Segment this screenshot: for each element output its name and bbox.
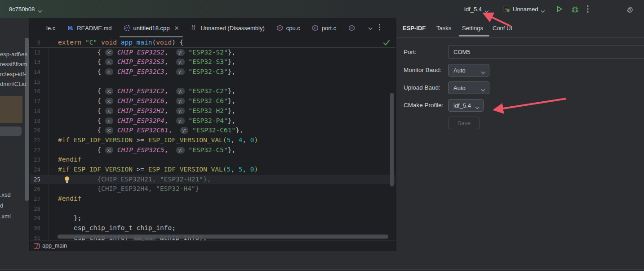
inlay-hint: y: (176, 59, 185, 65)
panel-tab-conf-ui[interactable]: Conf UI (493, 18, 512, 38)
line-number[interactable]: 18 (30, 106, 40, 116)
inlay-hint: y: (176, 49, 185, 56)
code-text: #endif (58, 194, 81, 204)
breadcrumb-function[interactable]: app_main (42, 243, 67, 249)
intention-bulb-icon[interactable] (64, 176, 70, 183)
line-number[interactable]: 22 (30, 145, 40, 155)
code-line-29: 29 }; (30, 213, 395, 223)
ai-assistant-icon[interactable] (625, 0, 634, 18)
tree-path-item[interactable]: esp-adf\es (0, 51, 27, 58)
tab-list-chevron-icon[interactable] (368, 24, 373, 32)
sticky-code-line-9: 9extern "C" void app_main(void) { (30, 38, 395, 48)
cmake-profile-switcher[interactable]: idf_5.4 (464, 0, 489, 18)
line-number[interactable]: 28 (30, 204, 40, 214)
panel-tab-tasks[interactable]: Tasks (436, 18, 451, 38)
code-text: #if ESP_IDF_VERSION >= ESP_IDF_VERSION_V… (58, 165, 258, 175)
line-number[interactable]: 9 (30, 38, 40, 48)
line-number[interactable]: 12 (30, 48, 40, 58)
inlay-hint: x: (105, 88, 114, 95)
tab-Unnamed (Disassembly)[interactable]: 1001.Unnamed (Disassembly) (185, 18, 270, 38)
project-widget[interactable]: 8c750b08 (9, 0, 42, 18)
cmake-profile-dropdown[interactable]: idf_5.4 (448, 99, 484, 112)
inspections-ok-check-icon[interactable] (383, 39, 390, 45)
code-text: { x: CHIP_ESP32H2, y: "ESP32-H2"}, (58, 106, 235, 116)
run-button[interactable] (556, 0, 563, 18)
svg-text:C: C (279, 26, 281, 30)
selected-value: Auto (453, 85, 466, 91)
config-name-label: Unnamed (513, 6, 538, 13)
line-number[interactable]: 29 (30, 213, 40, 223)
line-number[interactable]: 14 (30, 67, 40, 77)
inlay-hint: y: (176, 117, 185, 124)
field-label-cmake-profile: CMake Profile: (404, 102, 444, 108)
inlay-hint: x: (105, 117, 114, 124)
line-number[interactable]: 21 (30, 136, 40, 145)
tab-cpu.c[interactable]: Ccpu.c (271, 18, 306, 38)
tree-file-item[interactable]: .xsd (0, 191, 11, 198)
line-number[interactable]: 30 (30, 223, 40, 233)
line-number[interactable]: 19 (30, 116, 40, 126)
tab-le.c[interactable]: le.c (31, 18, 61, 38)
editor-area[interactable]: le.cM↓README.mdC+untitled18.cpp✕1001.Unn… (30, 18, 395, 251)
line-number[interactable]: 26 (30, 184, 40, 194)
field-label-port: Port: (404, 49, 417, 55)
tab-label: README.md (77, 25, 111, 32)
tree-path-item[interactable]: dmin\CLio (0, 81, 27, 87)
tree-selection-block (0, 96, 22, 123)
esp-idf-panel-header: ESP-IDF TasksSettingsConf UI (396, 18, 644, 38)
inlay-hint: x: (105, 49, 114, 56)
line-number[interactable]: 24 (30, 165, 40, 175)
inlay-hint: x: (105, 59, 114, 65)
save-button[interactable]: Save (448, 117, 480, 129)
chevron-down-icon (475, 104, 480, 107)
tab-label: cpu.c (286, 25, 300, 32)
cpp-scratch-icon: C+ (124, 24, 131, 32)
upload-baud-dropdown[interactable]: Auto (448, 81, 489, 94)
tree-file-item[interactable]: .xml (0, 213, 11, 220)
tab-untitled18.cpp[interactable]: C+untitled18.cpp✕ (118, 18, 185, 38)
svg-text:C: C (314, 26, 317, 30)
svg-text:C: C (351, 26, 353, 30)
inlay-hint: y: (180, 127, 189, 134)
line-number[interactable]: 20 (30, 126, 40, 136)
tab-port.c[interactable]: Cport.c (306, 18, 342, 38)
line-number[interactable]: 27 (30, 194, 40, 204)
code-line-26: 26 {CHIP_ESP32H4, "ESP32-H4"} (30, 184, 395, 194)
line-number[interactable]: 16 (30, 86, 40, 96)
more-actions-button[interactable] (587, 0, 589, 18)
tree-path-item[interactable]: ressif\fram (0, 61, 27, 68)
ide-window: 8c750b08 idf_5.4 Unnamed (0, 0, 644, 271)
editor-horizontal-scrollbar[interactable] (58, 235, 388, 239)
monitor-baud-dropdown[interactable]: Auto (448, 64, 489, 77)
chevron-down-icon (38, 8, 42, 11)
code-line-15: 15 (30, 77, 395, 87)
inlay-hint: y: (176, 98, 185, 104)
line-number[interactable]: 17 (30, 96, 40, 106)
project-tree-panel[interactable]: esp-adf\esressif\framrc\esp-idf-dmin\CLi… (0, 18, 30, 271)
code-line-14: 14 { x: CHIP_ESP32C3, y: "ESP32-C3"}, (30, 67, 395, 77)
project-name: 8c750b08 (9, 6, 35, 13)
line-number[interactable]: 25 (30, 175, 40, 185)
code-line-18: 18 { x: CHIP_ESP32H2, y: "ESP32-H2"}, (30, 106, 395, 116)
bottom-area (0, 251, 644, 271)
run-configuration-selector[interactable]: Unnamed (502, 0, 545, 18)
esp-flash-monitor-icon (502, 5, 510, 14)
code-text: { x: CHIP_ESP32C3, y: "ESP32-C3"}, (58, 67, 235, 77)
tab-README.md[interactable]: M↓README.md (61, 18, 117, 38)
editor-vertical-scrollbar[interactable] (390, 93, 394, 186)
code-editor[interactable]: 9extern "C" void app_main(void) { 12 { x… (30, 38, 395, 240)
line-number[interactable]: 15 (30, 77, 40, 87)
tab-options-icon[interactable] (379, 24, 380, 32)
line-number[interactable]: 23 (30, 155, 40, 165)
code-text: {CHIP_ESP32H4, "ESP32-H4"} (58, 184, 199, 194)
tab-partial[interactable]: C (342, 18, 364, 38)
tree-path-item[interactable]: rc\esp-idf- (0, 71, 26, 77)
port-input[interactable]: COM5 (448, 45, 644, 59)
line-number[interactable]: 13 (30, 57, 40, 67)
svg-text:C: C (125, 26, 128, 30)
c-file-icon: C (312, 24, 319, 32)
close-tab-icon[interactable]: ✕ (174, 25, 179, 32)
debug-button[interactable] (571, 0, 579, 18)
tree-file-item[interactable]: d (0, 202, 3, 209)
selected-value: idf_5.4 (453, 102, 471, 109)
